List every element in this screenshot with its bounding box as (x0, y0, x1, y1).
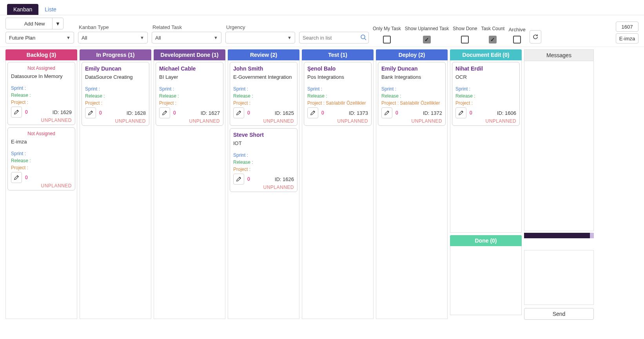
tab-kanban[interactable]: Kanban (7, 4, 38, 15)
kanban-card[interactable]: Michael Cable BI Layer Sprint : Release … (156, 62, 223, 126)
card-unplanned: UNPLANNED (307, 118, 368, 124)
card-sprint: Sprint : (233, 152, 294, 159)
svg-line-1 (365, 38, 366, 40)
column-body[interactable]: Emily Duncan DataSource Creating Sprint … (80, 60, 151, 319)
kanban-card[interactable]: Not Assigned E-imza Sprint : Release : P… (7, 127, 75, 190)
kanban-column: Review (2) John Smith E-Government Integ… (228, 49, 299, 319)
kanban-column: In Progress (1) Emily Duncan DataSource … (80, 49, 151, 319)
kanban-column: Test (1) Şenol Balo Pos Integrations Spr… (302, 49, 374, 319)
chevron-down-icon: ▼ (287, 35, 292, 40)
archive-label: Archive (508, 27, 525, 33)
column-header: Done (0) (450, 235, 522, 246)
edit-card-button[interactable] (233, 174, 244, 185)
card-project: Project : (11, 164, 72, 171)
edit-card-button[interactable] (307, 107, 318, 118)
tab-liste[interactable]: Liste (38, 4, 63, 15)
card-assignee: Michael Cable (159, 65, 220, 72)
kanban-card[interactable]: Nihat Erdil OCR Sprint : Release : Proje… (452, 62, 520, 126)
future-plan-value: Future Plan (9, 35, 35, 41)
card-assignee: Not Assigned (11, 65, 72, 71)
edit-card-button[interactable] (85, 107, 96, 118)
card-sprint: Sprint : (307, 85, 368, 92)
column-body[interactable]: Emily Duncan Bank Integrations Sprint : … (376, 60, 448, 319)
search-input[interactable] (299, 32, 369, 44)
card-title: Pos Integrations (307, 74, 368, 80)
card-title: IOT (233, 140, 294, 146)
column-body[interactable]: Michael Cable BI Layer Sprint : Release … (154, 60, 225, 319)
card-title: DataSource Creating (85, 74, 146, 80)
message-input[interactable] (524, 250, 594, 305)
card-id: ID: 1372 (423, 110, 442, 116)
show-done-checkbox[interactable] (461, 36, 469, 44)
messages-list[interactable] (524, 61, 594, 231)
kanban-column: Backlog (3) Not Assigned Datasource In M… (5, 49, 77, 319)
kanban-card[interactable]: Emily Duncan DataSource Creating Sprint … (82, 62, 149, 126)
future-plan-select[interactable]: Future Plan ▼ (5, 32, 74, 44)
card-title: E-imza (11, 139, 72, 145)
related-task-value: All (155, 35, 161, 41)
archive-checkbox[interactable] (513, 36, 521, 44)
top-number-field[interactable]: 1607 (616, 22, 639, 32)
edit-card-button[interactable] (159, 107, 170, 118)
card-count: 0 (173, 110, 176, 116)
card-unplanned: UNPLANNED (381, 118, 442, 124)
show-uplanned-checkbox[interactable] (423, 36, 431, 44)
related-task-label: Related Task (152, 24, 221, 30)
card-release: Release : (381, 92, 442, 100)
add-new-dropdown[interactable]: ▼ (52, 18, 63, 29)
card-title: OCR (455, 74, 516, 80)
card-project: Project : Satılabilir Özellikler (381, 100, 442, 107)
kanban-card[interactable]: Steve Short IOT Sprint : Release : Proje… (230, 128, 298, 192)
chevron-down-icon: ▼ (55, 21, 60, 27)
card-project: Project : (455, 100, 516, 107)
column-body[interactable]: Şenol Balo Pos Integrations Sprint : Rel… (302, 60, 374, 319)
column-header: Deploy (2) (376, 49, 448, 60)
card-count: 0 (25, 109, 28, 115)
kanban-column: Deploy (2) Emily Duncan Bank Integration… (376, 49, 448, 319)
edit-card-button[interactable] (11, 172, 22, 183)
card-title: Datasource In Memory (11, 73, 72, 79)
urgency-select[interactable]: ▼ (225, 32, 295, 44)
kanban-card[interactable]: Emily Duncan Bank Integrations Sprint : … (378, 62, 446, 126)
column-body[interactable]: John Smith E-Government Integration Spri… (228, 60, 299, 319)
card-count: 0 (470, 110, 472, 116)
edit-card-button[interactable] (455, 107, 466, 118)
send-button[interactable]: Send (524, 308, 594, 320)
edit-card-button[interactable] (381, 107, 392, 118)
task-count-checkbox[interactable] (489, 36, 497, 44)
card-release: Release : (455, 92, 516, 100)
card-count: 0 (321, 110, 324, 116)
related-task-select[interactable]: All ▼ (152, 32, 221, 44)
card-unplanned: UNPLANNED (11, 118, 72, 123)
card-project: Project : (233, 166, 294, 173)
card-id: ID: 1606 (497, 110, 516, 116)
column-body[interactable]: Not Assigned Datasource In Memory Sprint… (5, 60, 77, 319)
refresh-button[interactable] (530, 30, 541, 44)
urgency-label: Urgency (225, 24, 295, 30)
card-release: Release : (11, 157, 72, 164)
kanban-column: Done (0) (450, 235, 522, 315)
card-count: 0 (395, 110, 398, 116)
card-title: BI Layer (159, 74, 220, 80)
card-assignee: Not Assigned (11, 131, 72, 136)
only-my-task-label: Only My Task (373, 24, 401, 34)
card-release: Release : (307, 92, 368, 100)
messages-scrollbar[interactable] (524, 233, 594, 238)
column-body[interactable]: Nihat Erdil OCR Sprint : Release : Proje… (450, 60, 522, 233)
card-id: ID: 1626 (275, 176, 294, 182)
kanban-card[interactable]: Not Assigned Datasource In Memory Sprint… (7, 62, 75, 125)
top-text-field[interactable]: E-imza (616, 33, 639, 44)
add-new-button[interactable]: Add New ▼ (5, 18, 63, 29)
card-project: Project : Satılabilir Özellikler (307, 100, 368, 107)
card-release: Release : (85, 92, 146, 100)
kanban-card[interactable]: John Smith E-Government Integration Spri… (230, 62, 298, 126)
svg-point-0 (361, 35, 365, 39)
kanban-type-select[interactable]: All ▼ (78, 32, 148, 44)
edit-card-button[interactable] (11, 107, 22, 118)
search-icon[interactable] (360, 34, 366, 40)
only-my-task-checkbox[interactable] (383, 36, 391, 44)
card-sprint: Sprint : (11, 85, 72, 92)
kanban-card[interactable]: Şenol Balo Pos Integrations Sprint : Rel… (304, 62, 372, 126)
edit-card-button[interactable] (233, 107, 244, 118)
column-body[interactable] (450, 246, 522, 315)
